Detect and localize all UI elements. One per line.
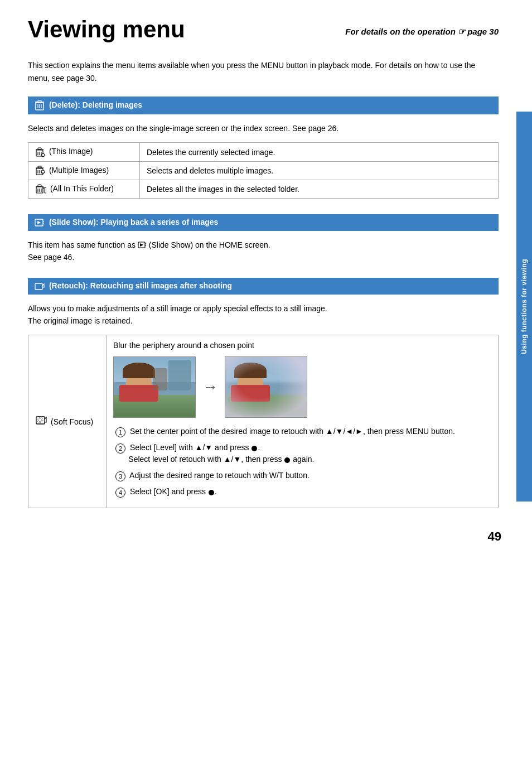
before-image	[113, 356, 196, 418]
circle-bullet-icon	[284, 457, 290, 463]
step-number-1: 1	[115, 427, 125, 437]
section-header-retouch: (Retouch): Retouching still images after…	[28, 278, 499, 294]
table-row: 1 (This Image) Deletes the currently sel…	[28, 143, 499, 161]
step-number-4: 4	[115, 488, 125, 498]
header-note-text: For details on the operation ☞ page 30	[345, 27, 499, 36]
step-2: 2 Select [Level] with ▲/▼ and press . Se…	[113, 442, 491, 465]
table-cell-label: 1 (This Image)	[28, 143, 140, 161]
steps-list: 1 Set the center point of the desired im…	[113, 426, 491, 498]
step-3: 3 Adjust the desired range to retouch wi…	[113, 470, 491, 481]
soft-focus-table: (Soft Focus) Blur the periphery around a…	[28, 335, 499, 508]
svg-rect-16	[38, 166, 41, 168]
sidebar-label: Using functions for viewing	[520, 259, 528, 354]
svg-text:M: M	[42, 171, 43, 174]
section-title-retouch: (Retouch): Retouching still images after…	[35, 281, 232, 291]
header-note: For details on the operation ☞ page 30	[345, 17, 499, 37]
svg-rect-24	[38, 185, 41, 186]
delete-folder-icon	[35, 184, 46, 194]
step-number-3: 3	[115, 471, 125, 481]
step-1: 1 Set the center point of the desired im…	[113, 426, 491, 437]
table-cell-label: (All In This Folder)	[28, 180, 140, 198]
soft-focus-desc: Blur the periphery around a chosen point	[113, 341, 491, 350]
soft-focus-icon	[35, 416, 47, 428]
retouch-description: Allows you to make adjustments of a stil…	[28, 302, 499, 327]
slideshow-inline-icon	[138, 242, 147, 249]
retouch-icon	[35, 282, 45, 291]
after-image	[225, 356, 307, 418]
table-row: (All In This Folder) Deletes all the ima…	[28, 180, 499, 198]
table-cell-desc: Deletes the currently selected image.	[140, 143, 499, 161]
section-title-slideshow: (Slide Show): Playing back a series of i…	[35, 218, 218, 227]
svg-text:1: 1	[42, 154, 44, 157]
delete-this-icon: 1	[35, 147, 45, 157]
page-number: 49	[488, 529, 501, 544]
circle-bullet-icon	[209, 490, 214, 495]
section-slideshow: (Slide Show): Playing back a series of i…	[28, 214, 499, 263]
svg-rect-8	[38, 148, 41, 150]
svg-marker-35	[140, 243, 143, 247]
svg-rect-2	[38, 100, 41, 102]
svg-marker-31	[37, 221, 41, 224]
slideshow-icon	[35, 219, 45, 228]
intro-paragraph: This section explains the menu items ava…	[28, 59, 499, 84]
svg-rect-36	[35, 283, 42, 290]
table-cell-desc: Deletes all the images in the selected f…	[140, 180, 499, 198]
table-row-soft-focus: (Soft Focus) Blur the periphery around a…	[28, 335, 499, 508]
soft-focus-icon-wrap: (Soft Focus)	[35, 416, 99, 428]
table-cell-label: M (Multiple Images)	[28, 161, 140, 180]
step-4: 4 Select [OK] and press .	[113, 486, 491, 498]
soft-focus-content: Blur the periphery around a chosen point	[107, 335, 499, 508]
arrow-symbol: →	[202, 378, 218, 396]
delete-icon	[35, 100, 45, 111]
delete-table: 1 (This Image) Deletes the currently sel…	[28, 142, 499, 199]
table-cell-desc: Selects and deletes multiple images.	[140, 161, 499, 180]
svg-point-38	[38, 418, 42, 422]
delete-multiple-icon: M	[35, 166, 45, 176]
image-demo: →	[113, 356, 491, 418]
section-retouch: (Retouch): Retouching still images after…	[28, 278, 499, 508]
section-header-delete: (Delete): Deleting images	[28, 97, 499, 114]
section-delete: (Delete): Deleting images Selects and de…	[28, 97, 499, 199]
soft-focus-label-cell: (Soft Focus)	[28, 335, 107, 508]
page-content: Using functions for viewing Viewing menu…	[0, 0, 532, 557]
slideshow-description: This item has same function as (Slide Sh…	[28, 239, 499, 264]
soft-focus-label: (Soft Focus)	[51, 417, 93, 426]
section-title-delete: (Delete): Deleting images	[35, 100, 142, 111]
page-header: Viewing menu For details on the operatio…	[28, 17, 499, 42]
circle-bullet-icon	[252, 446, 257, 451]
delete-description: Selects and deletes images on the single…	[28, 122, 499, 134]
page-title: Viewing menu	[28, 17, 185, 42]
sidebar: Using functions for viewing	[516, 112, 532, 502]
table-row: M (Multiple Images) Selects and deletes …	[28, 161, 499, 180]
step-number-2: 2	[115, 443, 125, 454]
svg-point-39	[37, 417, 43, 423]
section-header-slideshow: (Slide Show): Playing back a series of i…	[28, 214, 499, 230]
